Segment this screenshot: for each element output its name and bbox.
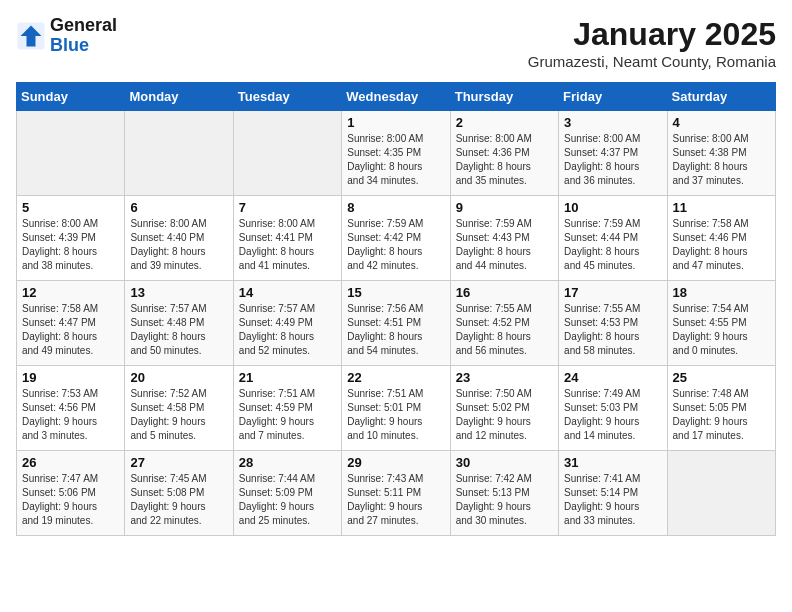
day-info: Sunrise: 7:50 AM Sunset: 5:02 PM Dayligh…	[456, 387, 553, 443]
day-info: Sunrise: 7:48 AM Sunset: 5:05 PM Dayligh…	[673, 387, 770, 443]
title-block: January 2025 Grumazesti, Neamt County, R…	[528, 16, 776, 70]
day-number: 12	[22, 285, 119, 300]
calendar-cell: 30Sunrise: 7:42 AM Sunset: 5:13 PM Dayli…	[450, 451, 558, 536]
calendar-week-row: 1Sunrise: 8:00 AM Sunset: 4:35 PM Daylig…	[17, 111, 776, 196]
logo-blue-text: Blue	[50, 35, 89, 55]
calendar-cell: 28Sunrise: 7:44 AM Sunset: 5:09 PM Dayli…	[233, 451, 341, 536]
weekday-header: Friday	[559, 83, 667, 111]
day-info: Sunrise: 7:41 AM Sunset: 5:14 PM Dayligh…	[564, 472, 661, 528]
day-info: Sunrise: 8:00 AM Sunset: 4:36 PM Dayligh…	[456, 132, 553, 188]
calendar-cell: 24Sunrise: 7:49 AM Sunset: 5:03 PM Dayli…	[559, 366, 667, 451]
day-info: Sunrise: 8:00 AM Sunset: 4:35 PM Dayligh…	[347, 132, 444, 188]
calendar-cell: 13Sunrise: 7:57 AM Sunset: 4:48 PM Dayli…	[125, 281, 233, 366]
day-info: Sunrise: 7:55 AM Sunset: 4:52 PM Dayligh…	[456, 302, 553, 358]
day-number: 8	[347, 200, 444, 215]
calendar-cell	[667, 451, 775, 536]
day-number: 21	[239, 370, 336, 385]
day-info: Sunrise: 7:51 AM Sunset: 5:01 PM Dayligh…	[347, 387, 444, 443]
calendar-cell: 12Sunrise: 7:58 AM Sunset: 4:47 PM Dayli…	[17, 281, 125, 366]
day-number: 26	[22, 455, 119, 470]
calendar-cell: 2Sunrise: 8:00 AM Sunset: 4:36 PM Daylig…	[450, 111, 558, 196]
day-info: Sunrise: 7:58 AM Sunset: 4:46 PM Dayligh…	[673, 217, 770, 273]
calendar-cell: 31Sunrise: 7:41 AM Sunset: 5:14 PM Dayli…	[559, 451, 667, 536]
calendar-cell	[17, 111, 125, 196]
calendar-cell: 18Sunrise: 7:54 AM Sunset: 4:55 PM Dayli…	[667, 281, 775, 366]
day-number: 18	[673, 285, 770, 300]
day-info: Sunrise: 7:47 AM Sunset: 5:06 PM Dayligh…	[22, 472, 119, 528]
day-number: 16	[456, 285, 553, 300]
day-number: 25	[673, 370, 770, 385]
location: Grumazesti, Neamt County, Romania	[528, 53, 776, 70]
calendar-cell: 27Sunrise: 7:45 AM Sunset: 5:08 PM Dayli…	[125, 451, 233, 536]
day-info: Sunrise: 8:00 AM Sunset: 4:39 PM Dayligh…	[22, 217, 119, 273]
day-info: Sunrise: 7:52 AM Sunset: 4:58 PM Dayligh…	[130, 387, 227, 443]
calendar-cell: 17Sunrise: 7:55 AM Sunset: 4:53 PM Dayli…	[559, 281, 667, 366]
calendar-cell: 16Sunrise: 7:55 AM Sunset: 4:52 PM Dayli…	[450, 281, 558, 366]
day-info: Sunrise: 7:59 AM Sunset: 4:42 PM Dayligh…	[347, 217, 444, 273]
day-number: 9	[456, 200, 553, 215]
day-number: 20	[130, 370, 227, 385]
day-number: 10	[564, 200, 661, 215]
header-row: SundayMondayTuesdayWednesdayThursdayFrid…	[17, 83, 776, 111]
day-info: Sunrise: 7:49 AM Sunset: 5:03 PM Dayligh…	[564, 387, 661, 443]
month-title: January 2025	[528, 16, 776, 53]
day-number: 2	[456, 115, 553, 130]
weekday-header: Tuesday	[233, 83, 341, 111]
day-number: 5	[22, 200, 119, 215]
day-info: Sunrise: 7:42 AM Sunset: 5:13 PM Dayligh…	[456, 472, 553, 528]
calendar-cell: 9Sunrise: 7:59 AM Sunset: 4:43 PM Daylig…	[450, 196, 558, 281]
page-header: General Blue January 2025 Grumazesti, Ne…	[16, 16, 776, 70]
calendar-week-row: 5Sunrise: 8:00 AM Sunset: 4:39 PM Daylig…	[17, 196, 776, 281]
day-info: Sunrise: 7:44 AM Sunset: 5:09 PM Dayligh…	[239, 472, 336, 528]
calendar-cell: 5Sunrise: 8:00 AM Sunset: 4:39 PM Daylig…	[17, 196, 125, 281]
day-number: 27	[130, 455, 227, 470]
day-info: Sunrise: 7:57 AM Sunset: 4:49 PM Dayligh…	[239, 302, 336, 358]
day-info: Sunrise: 7:58 AM Sunset: 4:47 PM Dayligh…	[22, 302, 119, 358]
day-number: 17	[564, 285, 661, 300]
day-number: 30	[456, 455, 553, 470]
calendar-cell: 7Sunrise: 8:00 AM Sunset: 4:41 PM Daylig…	[233, 196, 341, 281]
calendar-week-row: 12Sunrise: 7:58 AM Sunset: 4:47 PM Dayli…	[17, 281, 776, 366]
day-info: Sunrise: 7:45 AM Sunset: 5:08 PM Dayligh…	[130, 472, 227, 528]
calendar-cell: 8Sunrise: 7:59 AM Sunset: 4:42 PM Daylig…	[342, 196, 450, 281]
calendar-cell: 23Sunrise: 7:50 AM Sunset: 5:02 PM Dayli…	[450, 366, 558, 451]
day-number: 1	[347, 115, 444, 130]
calendar-cell: 11Sunrise: 7:58 AM Sunset: 4:46 PM Dayli…	[667, 196, 775, 281]
calendar-cell: 22Sunrise: 7:51 AM Sunset: 5:01 PM Dayli…	[342, 366, 450, 451]
calendar-cell	[233, 111, 341, 196]
calendar-body: 1Sunrise: 8:00 AM Sunset: 4:35 PM Daylig…	[17, 111, 776, 536]
day-number: 23	[456, 370, 553, 385]
calendar-cell: 14Sunrise: 7:57 AM Sunset: 4:49 PM Dayli…	[233, 281, 341, 366]
calendar-week-row: 19Sunrise: 7:53 AM Sunset: 4:56 PM Dayli…	[17, 366, 776, 451]
day-info: Sunrise: 7:56 AM Sunset: 4:51 PM Dayligh…	[347, 302, 444, 358]
calendar-header: SundayMondayTuesdayWednesdayThursdayFrid…	[17, 83, 776, 111]
logo-general-text: General	[50, 15, 117, 35]
day-number: 24	[564, 370, 661, 385]
day-number: 11	[673, 200, 770, 215]
day-info: Sunrise: 7:59 AM Sunset: 4:44 PM Dayligh…	[564, 217, 661, 273]
weekday-header: Saturday	[667, 83, 775, 111]
calendar-week-row: 26Sunrise: 7:47 AM Sunset: 5:06 PM Dayli…	[17, 451, 776, 536]
calendar-cell: 20Sunrise: 7:52 AM Sunset: 4:58 PM Dayli…	[125, 366, 233, 451]
calendar-cell: 26Sunrise: 7:47 AM Sunset: 5:06 PM Dayli…	[17, 451, 125, 536]
weekday-header: Thursday	[450, 83, 558, 111]
calendar-cell: 19Sunrise: 7:53 AM Sunset: 4:56 PM Dayli…	[17, 366, 125, 451]
day-number: 19	[22, 370, 119, 385]
calendar-cell: 6Sunrise: 8:00 AM Sunset: 4:40 PM Daylig…	[125, 196, 233, 281]
day-number: 29	[347, 455, 444, 470]
calendar-cell: 15Sunrise: 7:56 AM Sunset: 4:51 PM Dayli…	[342, 281, 450, 366]
calendar-cell: 25Sunrise: 7:48 AM Sunset: 5:05 PM Dayli…	[667, 366, 775, 451]
logo: General Blue	[16, 16, 117, 56]
day-number: 7	[239, 200, 336, 215]
day-info: Sunrise: 7:43 AM Sunset: 5:11 PM Dayligh…	[347, 472, 444, 528]
day-number: 22	[347, 370, 444, 385]
day-info: Sunrise: 7:55 AM Sunset: 4:53 PM Dayligh…	[564, 302, 661, 358]
day-number: 13	[130, 285, 227, 300]
day-info: Sunrise: 8:00 AM Sunset: 4:38 PM Dayligh…	[673, 132, 770, 188]
day-info: Sunrise: 8:00 AM Sunset: 4:37 PM Dayligh…	[564, 132, 661, 188]
logo-icon	[16, 21, 46, 51]
day-number: 4	[673, 115, 770, 130]
day-info: Sunrise: 7:54 AM Sunset: 4:55 PM Dayligh…	[673, 302, 770, 358]
calendar-cell: 3Sunrise: 8:00 AM Sunset: 4:37 PM Daylig…	[559, 111, 667, 196]
day-info: Sunrise: 7:57 AM Sunset: 4:48 PM Dayligh…	[130, 302, 227, 358]
